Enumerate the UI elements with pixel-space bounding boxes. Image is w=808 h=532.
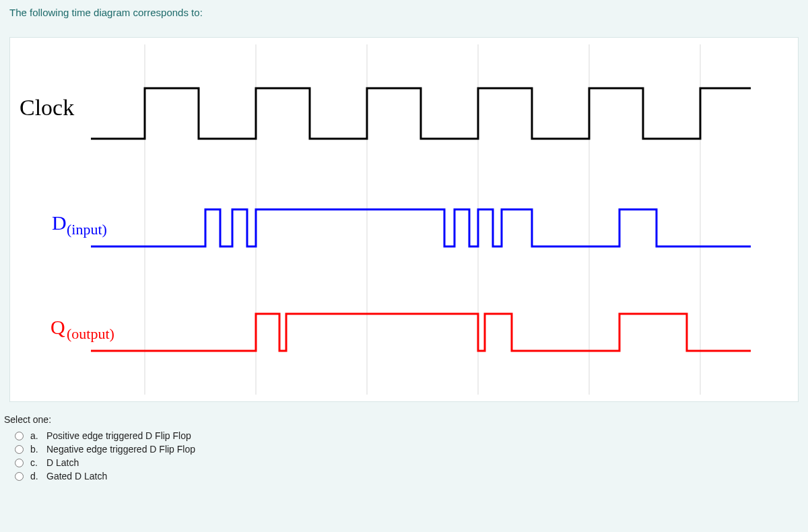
option-c[interactable]: c. D Latch [15, 457, 808, 468]
clock-label: Clock [20, 95, 74, 120]
answers-prompt: Select one: [4, 414, 808, 425]
option-d-text: Gated D Latch [46, 471, 107, 481]
timing-diagram: Clock D (input) Q (output) [9, 37, 799, 402]
svg-text:(input): (input) [67, 221, 107, 238]
option-d-letter: d. [30, 471, 40, 481]
clock-waveform [91, 88, 751, 139]
option-a-text: Positive edge triggered D Flip Flop [46, 430, 191, 441]
option-b-radio[interactable] [15, 445, 24, 454]
option-b[interactable]: b. Negative edge triggered D Flip Flop [15, 444, 808, 455]
svg-text:Q: Q [50, 316, 65, 338]
question-text: The following time diagram corresponds t… [0, 0, 808, 18]
q-waveform [91, 314, 751, 351]
option-d-radio[interactable] [15, 472, 24, 481]
option-b-letter: b. [30, 444, 40, 455]
option-d[interactable]: d. Gated D Latch [15, 471, 808, 481]
d-label: D (input) [52, 211, 107, 238]
svg-text:D: D [52, 211, 67, 234]
option-a[interactable]: a. Positive edge triggered D Flip Flop [15, 430, 808, 441]
option-c-letter: c. [30, 457, 40, 468]
option-b-text: Negative edge triggered D Flip Flop [46, 444, 195, 455]
option-a-letter: a. [30, 430, 40, 441]
answer-block: Select one: a. Positive edge triggered D… [0, 402, 808, 481]
svg-text:(output): (output) [67, 325, 114, 342]
option-a-radio[interactable] [15, 432, 24, 440]
option-c-text: D Latch [46, 457, 79, 468]
q-label: Q (output) [50, 316, 114, 342]
d-waveform [91, 209, 751, 246]
option-c-radio[interactable] [15, 459, 24, 467]
